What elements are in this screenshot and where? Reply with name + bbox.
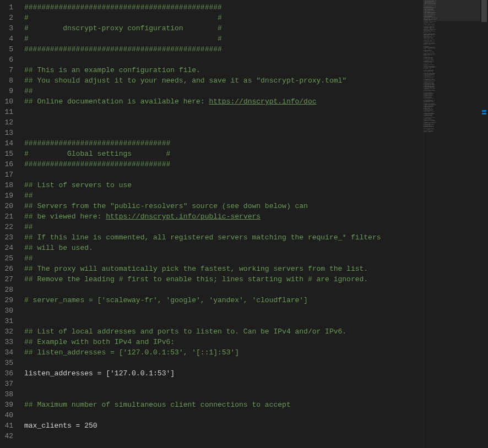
line-number: 40 [0, 410, 13, 420]
code-line[interactable] [24, 117, 423, 128]
code-line[interactable] [24, 379, 423, 389]
line-number: 30 [0, 305, 13, 316]
code-line[interactable]: ## [24, 86, 423, 96]
line-number: 2 [0, 13, 13, 23]
line-number: 26 [0, 264, 13, 274]
code-line[interactable]: ## will be used. [24, 243, 423, 253]
code-line[interactable] [24, 358, 423, 368]
line-number: 36 [0, 368, 13, 379]
code-line[interactable]: # server_names = ['scaleway-fr', 'google… [24, 295, 423, 305]
code-line[interactable]: ## listen_addresses = ['127.0.0.1:53', '… [24, 347, 423, 358]
code-line[interactable]: ################################## [24, 159, 423, 170]
line-number: 8 [0, 75, 13, 86]
code-line[interactable] [24, 410, 423, 420]
line-number: 4 [0, 34, 13, 44]
vertical-scrollbar[interactable] [480, 0, 488, 448]
code-line[interactable] [24, 128, 423, 138]
line-number: 33 [0, 337, 13, 347]
line-number: 21 [0, 211, 13, 222]
line-number: 27 [0, 274, 13, 285]
code-line[interactable] [24, 431, 423, 441]
code-line[interactable]: ## If this line is commented, all regist… [24, 232, 423, 243]
line-number: 37 [0, 379, 13, 389]
scrollbar-marker [482, 113, 486, 114]
code-line[interactable] [24, 316, 423, 326]
line-number: 34 [0, 347, 13, 358]
line-number: 3 [0, 23, 13, 34]
code-line[interactable]: ## Online documentation is available her… [24, 96, 423, 107]
scrollbar-thumb[interactable] [481, 0, 487, 22]
code-line[interactable]: # # [24, 34, 423, 44]
code-line[interactable]: ## [24, 253, 423, 264]
code-line[interactable] [24, 107, 423, 117]
line-number: 39 [0, 400, 13, 410]
line-number: 9 [0, 86, 13, 96]
line-number: 32 [0, 326, 13, 337]
line-number: 15 [0, 149, 13, 159]
code-line[interactable]: ########################################… [24, 44, 423, 54]
code-line[interactable]: ## List of servers to use [24, 180, 423, 190]
line-number: 28 [0, 285, 13, 295]
minimap-content: ################################ # dnscr… [424, 0, 480, 132]
line-number: 10 [0, 96, 13, 107]
url-link[interactable]: https://dnscrypt.info/public-servers [106, 212, 261, 221]
line-number: 24 [0, 243, 13, 253]
code-line[interactable] [24, 54, 423, 65]
code-line[interactable]: ########################################… [24, 2, 423, 13]
code-line[interactable]: ## List of local addresses and ports to … [24, 326, 423, 337]
code-line[interactable]: # dnscrypt-proxy configuration # [24, 23, 423, 34]
code-line[interactable]: ## [24, 190, 423, 201]
line-number-gutter: 1234567891011121314151617181920212223242… [0, 0, 24, 448]
line-number: 12 [0, 117, 13, 128]
line-number: 31 [0, 316, 13, 326]
editor-pane: 1234567891011121314151617181920212223242… [0, 0, 423, 448]
line-number: 14 [0, 138, 13, 149]
line-number: 1 [0, 2, 13, 13]
line-number: 7 [0, 65, 13, 75]
line-number: 35 [0, 358, 13, 368]
line-number: 18 [0, 180, 13, 190]
line-number: 11 [0, 107, 13, 117]
code-line[interactable] [24, 389, 423, 400]
line-number: 5 [0, 44, 13, 54]
code-line[interactable]: ## Example with both IPv4 and IPv6: [24, 337, 423, 347]
code-line[interactable] [24, 285, 423, 295]
code-line[interactable]: ## Remove the leading # first to enable … [24, 274, 423, 285]
code-line[interactable]: # # [24, 13, 423, 23]
code-line[interactable]: ## You should adjust it to your needs, a… [24, 75, 423, 86]
line-number: 6 [0, 54, 13, 65]
code-line[interactable]: ## Maximum number of simultaneous client… [24, 400, 423, 410]
line-number: 38 [0, 389, 13, 400]
line-number: 23 [0, 232, 13, 243]
line-number: 41 [0, 420, 13, 431]
code-line[interactable] [24, 170, 423, 180]
code-line[interactable]: ## Servers from the "public-resolvers" s… [24, 201, 423, 211]
line-number: 13 [0, 128, 13, 138]
line-number: 17 [0, 170, 13, 180]
scrollbar-marker [482, 110, 486, 112]
line-number: 29 [0, 295, 13, 305]
code-line[interactable] [24, 305, 423, 316]
code-line[interactable]: ## [24, 222, 423, 232]
code-line[interactable]: max_clients = 250 [24, 420, 423, 431]
code-line[interactable]: listen_addresses = ['127.0.0.1:53'] [24, 368, 423, 379]
minimap[interactable]: ################################ # dnscr… [423, 0, 480, 448]
line-number: 25 [0, 253, 13, 264]
url-link[interactable]: https://dnscrypt.info/doc [209, 97, 316, 106]
line-number: 22 [0, 222, 13, 232]
line-number: 20 [0, 201, 13, 211]
line-number: 16 [0, 159, 13, 170]
line-number: 42 [0, 431, 13, 441]
code-line[interactable]: ## The proxy will automatically pick the… [24, 264, 423, 274]
code-line[interactable]: ## be viewed here: https://dnscrypt.info… [24, 211, 423, 222]
code-line[interactable]: ## This is an example configuration file… [24, 65, 423, 75]
line-number: 19 [0, 190, 13, 201]
code-line[interactable]: ################################## [24, 138, 423, 149]
code-line[interactable]: # Global settings # [24, 149, 423, 159]
code-content[interactable]: ########################################… [24, 0, 423, 448]
